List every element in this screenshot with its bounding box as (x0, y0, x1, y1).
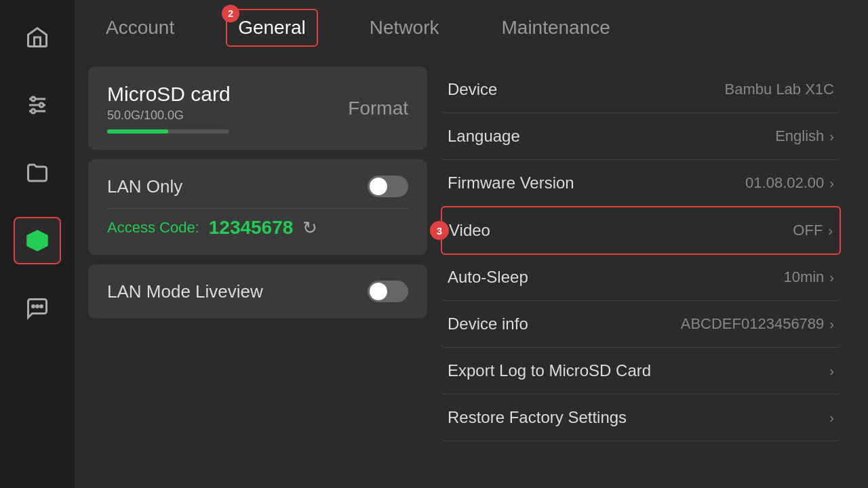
sidebar-item-messages[interactable] (14, 285, 61, 332)
microsd-storage: 50.0G/100.0G (107, 108, 231, 123)
microsd-info: MicroSD card 50.0G/100.0G (107, 83, 231, 134)
lan-only-toggle[interactable] (368, 176, 408, 197)
svg-point-8 (37, 306, 39, 308)
firmware-label: Firmware Version (448, 174, 574, 192)
settings-item-language[interactable]: Language English › (441, 113, 841, 160)
autosleep-value: 10min › (783, 268, 834, 286)
device-label: Device (448, 80, 497, 99)
restore-value: › (829, 410, 834, 426)
sidebar-item-home[interactable] (14, 14, 61, 61)
liveview-card: LAN Mode Liveview (88, 264, 427, 319)
format-button[interactable]: Format (348, 98, 408, 119)
sidebar-item-files[interactable] (14, 149, 61, 197)
exportlog-value: › (829, 363, 834, 379)
storage-bar (107, 129, 229, 134)
svg-point-4 (39, 103, 43, 107)
device-value: Bambu Lab X1C (725, 81, 834, 98)
svg-point-7 (33, 306, 35, 308)
settings-item-autosleep[interactable]: Auto-Sleep 10min › (441, 254, 841, 301)
exportlog-label: Export Log to MicroSD Card (448, 361, 651, 380)
tab-account[interactable]: Account (95, 10, 185, 45)
access-code-value: 12345678 (209, 217, 294, 239)
language-value: English › (775, 127, 834, 145)
settings-item-firmware[interactable]: Firmware Version 01.08.02.00 › (441, 160, 841, 207)
video-value: OFF › (793, 222, 833, 239)
deviceinfo-chevron: › (829, 317, 834, 332)
microsd-card: MicroSD card 50.0G/100.0G Format (88, 66, 427, 150)
restore-label: Restore Factory Settings (448, 408, 627, 427)
tab-maintenance[interactable]: Maintenance (491, 10, 621, 45)
storage-fill (107, 129, 168, 134)
sidebar-item-settings[interactable] (14, 81, 61, 129)
access-code-label: Access Code: (107, 219, 199, 237)
deviceinfo-value: ABCDEF0123456789 › (681, 315, 834, 333)
autosleep-label: Auto-Sleep (448, 268, 528, 287)
liveview-label: LAN Mode Liveview (107, 281, 263, 302)
autosleep-chevron: › (829, 270, 834, 285)
firmware-value: 01.08.02.00 › (745, 174, 834, 192)
lan-card: LAN Only Access Code: 12345678 ↻ (88, 159, 427, 255)
settings-item-deviceinfo[interactable]: Device info ABCDEF0123456789 › (441, 301, 841, 348)
sidebar (0, 0, 75, 488)
video-label: Video (449, 221, 490, 240)
svg-point-3 (31, 97, 35, 101)
lan-only-row: LAN Only (107, 176, 408, 197)
video-badge: 3 (430, 221, 449, 240)
settings-item-exportlog[interactable]: Export Log to MicroSD Card › (441, 348, 841, 394)
liveview-toggle-knob (370, 283, 387, 300)
language-chevron: › (829, 129, 834, 144)
lan-only-toggle-knob (370, 178, 387, 195)
left-panel: MicroSD card 50.0G/100.0G Format LAN Onl… (88, 66, 427, 477)
svg-point-5 (31, 109, 35, 113)
sidebar-item-device[interactable] (14, 217, 61, 264)
right-panel: Device Bambu Lab X1C Language English › … (427, 66, 854, 477)
settings-item-restore[interactable]: Restore Factory Settings › (441, 394, 841, 441)
liveview-toggle[interactable] (368, 281, 408, 302)
access-code-row: Access Code: 12345678 ↻ (107, 217, 408, 239)
video-chevron: › (828, 223, 833, 239)
tab-general[interactable]: 2 General (226, 9, 318, 47)
lan-only-label: LAN Only (107, 176, 182, 197)
svg-point-9 (41, 306, 43, 308)
microsd-title: MicroSD card (107, 83, 231, 106)
restore-chevron: › (829, 410, 834, 426)
tab-network[interactable]: Network (359, 10, 450, 45)
content-area: MicroSD card 50.0G/100.0G Format LAN Onl… (75, 56, 868, 488)
refresh-icon[interactable]: ↻ (302, 218, 317, 239)
settings-item-device[interactable]: Device Bambu Lab X1C (441, 66, 841, 113)
settings-item-video[interactable]: 3 Video OFF › (441, 206, 841, 255)
tab-general-badge: 2 (222, 5, 239, 22)
deviceinfo-label: Device info (448, 314, 528, 333)
svg-marker-6 (27, 230, 47, 251)
lan-divider (107, 208, 408, 209)
exportlog-chevron: › (829, 363, 834, 379)
main-area: Account 2 General Network Maintenance Mi… (75, 0, 868, 488)
top-nav: Account 2 General Network Maintenance (75, 0, 868, 56)
settings-list: Device Bambu Lab X1C Language English › … (441, 66, 841, 441)
language-label: Language (448, 127, 520, 146)
firmware-chevron: › (829, 176, 834, 191)
